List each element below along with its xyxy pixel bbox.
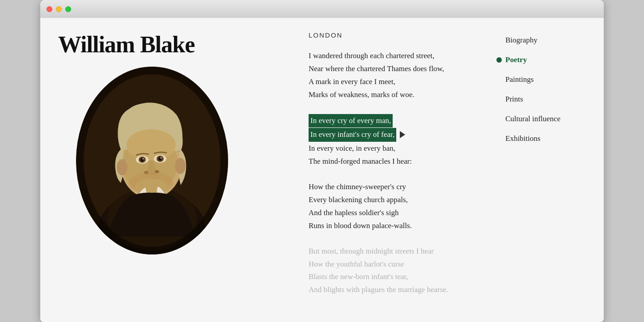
poem-line-faded: How the youthful harlot's curse [309, 258, 479, 271]
poem-stanza-2: In every cry of every man, In every infa… [309, 114, 479, 169]
nav-label-paintings: Paintings [505, 75, 534, 84]
poem-stanza-4-faded: But most, through midnight streets I hea… [309, 245, 479, 297]
nav-item-poetry[interactable]: Poetry [496, 55, 586, 64]
nav-item-biography[interactable]: Biography [496, 36, 586, 45]
svg-point-9 [127, 129, 176, 161]
page-title: William Blake [58, 31, 195, 58]
poem-line-highlighted-2: In every infant's cry of fear, [309, 128, 479, 142]
nav-item-cultural-influence[interactable]: Cultural influence [496, 114, 586, 123]
browser-titlebar [40, 0, 604, 18]
poem-line: Every blackening church appals, [309, 194, 479, 207]
poem-line-highlighted-1: In every cry of every man, [309, 114, 479, 128]
svg-point-16 [142, 158, 144, 160]
nav-label-exhibitions: Exhibitions [505, 134, 540, 143]
svg-point-17 [160, 157, 162, 159]
nav-item-paintings[interactable]: Paintings [496, 75, 586, 84]
svg-point-23 [175, 158, 186, 174]
poem-line: Marks of weakness, marks of woe. [309, 89, 479, 102]
nav-label-cultural-influence: Cultural influence [505, 114, 560, 123]
browser-content: William Blake [40, 18, 604, 322]
portrait-container [76, 67, 228, 254]
right-navigation: Biography Poetry Paintings Prints Cultur… [496, 31, 586, 309]
nav-label-poetry: Poetry [505, 55, 527, 64]
poem-line: The mind-forged manacles I hear: [309, 155, 479, 168]
poem-line-faded: But most, through midnight streets I hea… [309, 245, 479, 258]
poem-stanza-1: I wandered through each chartered street… [309, 50, 479, 102]
poem-line: I wandered through each chartered street… [309, 50, 479, 63]
nav-label-biography: Biography [505, 36, 538, 45]
poem-line: Near where the chartered Thames does flo… [309, 63, 479, 76]
svg-point-22 [117, 159, 127, 175]
poem-line: In every voice, in every ban, [309, 142, 479, 155]
nav-item-prints[interactable]: Prints [496, 95, 586, 104]
text-cursor-icon [400, 131, 405, 138]
poem-line: A mark in every face I meet, [309, 76, 479, 89]
browser-window: William Blake [40, 0, 604, 322]
poem-title: LONDON [309, 31, 479, 39]
poem-line: And the hapless soldier's sigh [309, 207, 479, 220]
poem-line: Runs in blood down palace-walls. [309, 220, 479, 233]
nav-label-prints: Prints [505, 95, 523, 104]
portrait-image [76, 67, 228, 254]
poem-stanza-3: How the chimney-sweeper's cry Every blac… [309, 181, 479, 233]
poem-line-faded: Blasts the new-born infant's tear, [309, 271, 479, 284]
nav-active-dot [496, 57, 502, 63]
poem-column: LONDON I wandered through each chartered… [291, 31, 496, 309]
traffic-light-fullscreen[interactable] [65, 6, 71, 12]
traffic-light-minimize[interactable] [56, 6, 62, 12]
poem-line: How the chimney-sweeper's cry [309, 181, 479, 194]
traffic-light-close[interactable] [47, 6, 52, 12]
poem-line-faded: And blights with plagues the marriage he… [309, 284, 479, 297]
left-column: William Blake [58, 31, 291, 309]
nav-item-exhibitions[interactable]: Exhibitions [496, 134, 586, 143]
